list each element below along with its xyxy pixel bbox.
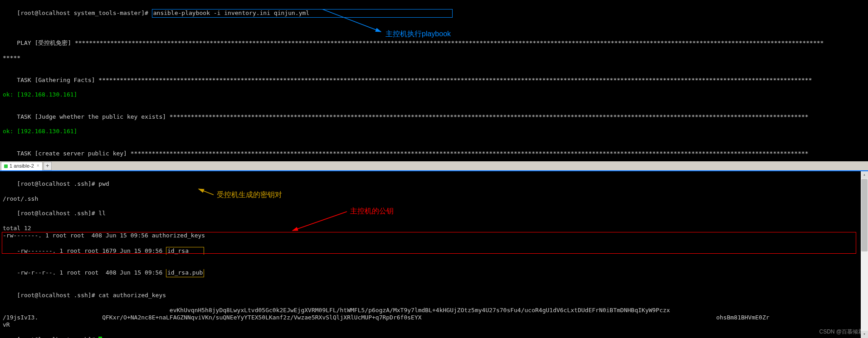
command-line: [root@localhost system_tools-master]# an… — [3, 2, 865, 25]
task1-status: ok: [192.168.130.161] — [3, 91, 865, 98]
ll-total: total 12 — [3, 225, 865, 232]
terminal-top-pane[interactable]: [root@localhost system_tools-master]# an… — [0, 0, 868, 161]
annotation-keypair: 受控机生成的密钥对 — [217, 190, 282, 199]
pwd-output: /root/.ssh — [3, 195, 865, 203]
shell-prompt: [root@localhost system_tools-master]# — [17, 10, 151, 16]
watermark: CSDN @百慕倾君 — [819, 328, 863, 335]
scroll-down-icon[interactable]: ▾ — [861, 331, 868, 338]
tab-add-button[interactable]: + — [44, 162, 52, 170]
cat-output-line3: vR — [3, 321, 865, 328]
scroll-thumb[interactable] — [861, 179, 868, 251]
tab-active-indicator-icon — [4, 164, 8, 168]
annotation-master-pubkey: 主控机的公钥 — [350, 207, 394, 216]
task2-status: ok: [192.168.130.161] — [3, 128, 865, 135]
tab-label: 1 ansible-2 — [10, 163, 34, 169]
task-judge-key: TASK [Judge whether the public key exist… — [3, 106, 865, 128]
cat-command-line: [root@localhost .ssh]# cat authorized_ke… — [3, 285, 865, 307]
pubkey-highlight-box — [2, 232, 856, 254]
cat-output-line2: /19jsIvI3. QFKxr/O+NA2nc8E+naLFAGZNNqviV… — [3, 314, 865, 321]
pwd-command-line: [root@localhost .ssh]# pwd — [3, 173, 865, 195]
terminal-bottom-pane[interactable]: [root@localhost .ssh]# pwd /root/.ssh [r… — [0, 171, 868, 338]
final-prompt: [root@localhost .ssh]# — [3, 328, 865, 338]
tab-close-icon[interactable]: × — [37, 163, 39, 169]
scrollbar-vertical[interactable]: ▴ ▾ — [861, 171, 868, 338]
tab-bar: 1 ansible-2 × + — [0, 161, 868, 171]
scroll-up-icon[interactable]: ▴ — [861, 171, 868, 179]
task-create-key: TASK [create server public key] ********… — [3, 143, 865, 161]
cat-output-line1: evKhUvqnH5h8jyDq8LwyxLtvd05Gc0k2EJwEjgXV… — [3, 307, 865, 314]
tab-ansible-2[interactable]: 1 ansible-2 × — [1, 162, 43, 170]
ll-command-line: [root@localhost .ssh]# ll — [3, 203, 865, 225]
annotation-master-playbook: 主控机执行playbook — [385, 29, 451, 39]
id-rsa-pub-highlight: id_rsa.pub — [166, 269, 204, 277]
ll-id-rsa-pub: -rw-r--r--. 1 root root 408 Jun 15 09:56… — [3, 262, 865, 285]
task-gathering-facts: TASK [Gathering Facts] *****************… — [3, 69, 865, 91]
highlighted-command: ansible-playbook -i inventory.ini qinjun… — [152, 9, 453, 17]
